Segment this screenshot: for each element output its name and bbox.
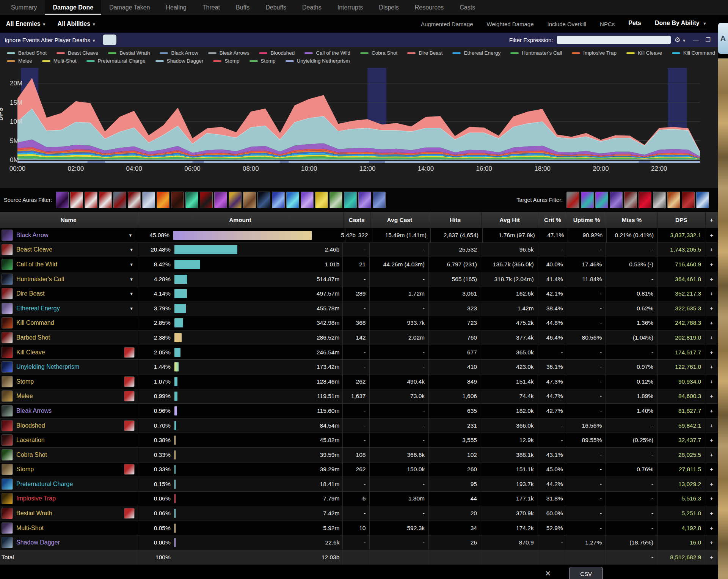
expand-row-arrow[interactable]: ▼	[129, 291, 135, 296]
legend-item[interactable]: Implosive Trap	[572, 50, 617, 56]
target-aura-icon[interactable]	[610, 192, 623, 208]
edge-panel-tab[interactable]: A	[718, 23, 728, 54]
legend-item[interactable]: Bestial Wrath	[108, 50, 150, 56]
table-row[interactable]: Bloodshed0.70%84.54m--231366.0k-16.56%-5…	[0, 418, 718, 433]
expand-row-button[interactable]: +	[705, 535, 718, 550]
source-aura-icon[interactable]	[301, 192, 314, 208]
expand-row-arrow[interactable]: ▼	[127, 233, 133, 238]
expand-row-button[interactable]: +	[705, 228, 718, 242]
table-row[interactable]: Bleak Arrows0.96%115.60m--635182.0k42.7%…	[0, 403, 718, 418]
table-row[interactable]: Unyielding Netherprism1.44%173.42m--4104…	[0, 359, 718, 374]
all-enemies-dropdown[interactable]: All Enemies▼	[6, 20, 46, 27]
tab-dispels[interactable]: Dispels	[371, 0, 406, 15]
source-aura-icon[interactable]	[329, 192, 342, 208]
source-aura-icon[interactable]	[373, 192, 386, 208]
table-row[interactable]: Beast Cleave▼20.48%2.46b--25,53296.5k---…	[0, 242, 718, 257]
close-icon[interactable]: ✕	[545, 569, 551, 578]
tab-casts[interactable]: Casts	[452, 0, 483, 15]
source-aura-icon[interactable]	[128, 192, 141, 208]
table-row[interactable]: Kill Command2.85%342.98m368933.7k723475.…	[0, 316, 718, 330]
source-aura-icon[interactable]	[85, 192, 97, 208]
table-row[interactable]: Black Arrow▼45.08%5.42b32215.49m (1.41m)…	[0, 228, 718, 242]
expand-row-button[interactable]: +	[705, 272, 718, 286]
source-aura-icon[interactable]	[214, 192, 227, 208]
tab-threat[interactable]: Threat	[195, 0, 228, 15]
tab-interrupts[interactable]: Interrupts	[329, 0, 371, 15]
table-row[interactable]: Stomp1.07%128.46m262490.4k849151.4k47.3%…	[0, 374, 718, 389]
dps-chart[interactable]: 0M5M10M15M20M00:0002:0004:0006:0008:0010…	[0, 65, 714, 173]
table-row[interactable]: Barbed Shot2.38%286.52m1422.02m760377.4k…	[0, 330, 718, 345]
source-aura-icon[interactable]	[243, 192, 256, 208]
all-abilities-dropdown[interactable]: All Abilities▼	[58, 20, 96, 27]
expand-row-button[interactable]: +	[705, 330, 718, 345]
legend-item[interactable]: Bleak Arrows	[208, 50, 249, 56]
source-aura-icon[interactable]	[358, 192, 371, 208]
legend-item[interactable]: Ethereal Energy	[452, 50, 500, 56]
tab-deaths[interactable]: Deaths	[294, 0, 329, 15]
table-row[interactable]: Cobra Shot0.33%39.59m108366.6k102388.1k4…	[0, 447, 718, 462]
expand-row-button[interactable]: +	[705, 419, 718, 433]
toggle-npcs[interactable]: NPCs	[600, 21, 615, 27]
table-row[interactable]: Multi-Shot0.05%5.92m10592.3k34174.2k52.9…	[0, 521, 718, 535]
expand-row-arrow[interactable]: ▼	[129, 306, 135, 311]
table-row[interactable]: Shadow Dagger0.00%22.6k--26870.9-1.27%(1…	[0, 535, 718, 550]
target-aura-icon[interactable]	[639, 192, 651, 208]
column-header-casts[interactable]: Casts	[344, 212, 370, 228]
column-header-avghit[interactable]: Avg Hit	[482, 212, 538, 228]
ignore-deaths-checkbox[interactable]	[103, 35, 116, 45]
legend-item[interactable]: Stomp	[213, 58, 239, 64]
expand-row-button[interactable]: +	[705, 301, 718, 316]
tab-damage-done[interactable]: Damage Done	[45, 0, 101, 15]
column-header-dps[interactable]: DPS	[658, 212, 706, 228]
legend-item[interactable]: Unyielding Netherprism	[286, 58, 350, 64]
ignore-deaths-dropdown[interactable]: Ignore Events After Player Deaths▼	[5, 37, 96, 43]
target-aura-icon[interactable]	[624, 192, 637, 208]
expand-row-button[interactable]: +	[705, 243, 718, 257]
table-row[interactable]: Preternatural Charge0.15%18.41m--95193.7…	[0, 477, 718, 491]
legend-item[interactable]: Barbed Shot	[7, 50, 47, 56]
legend-item[interactable]: Kill Cleave	[626, 50, 662, 56]
legend-item[interactable]: Beast Cleave	[56, 50, 98, 56]
legend-item[interactable]: Kill Command	[672, 50, 715, 56]
expand-row-button[interactable]: +	[705, 477, 718, 491]
target-aura-icon[interactable]	[696, 192, 709, 208]
source-aura-icon[interactable]	[272, 192, 285, 208]
csv-export-button[interactable]: CSV	[569, 567, 603, 579]
expand-row-button[interactable]: +	[705, 389, 718, 404]
legend-item[interactable]: Bloodshed	[259, 50, 295, 56]
expand-row-button[interactable]: +	[705, 286, 718, 301]
filter-expression-input[interactable]	[557, 36, 671, 44]
source-aura-icon[interactable]	[157, 192, 169, 208]
source-aura-icon[interactable]	[229, 192, 242, 208]
column-header-avgcast[interactable]: Avg Cast	[370, 212, 430, 228]
legend-item[interactable]: Black Arrow	[160, 50, 198, 56]
legend-item[interactable]: Cobra Shot	[360, 50, 397, 56]
table-row[interactable]: Bestial Wrath0.06%7.42m--20370.9k60.0%--…	[0, 506, 718, 521]
toggle-weighted-damage[interactable]: Weighted Damage	[487, 21, 534, 27]
tab-debuffs[interactable]: Debuffs	[257, 0, 294, 15]
legend-item[interactable]: Melee	[7, 58, 32, 64]
column-header-miss[interactable]: Miss %	[606, 212, 658, 228]
column-header-hits[interactable]: Hits	[429, 212, 482, 228]
source-aura-icon[interactable]	[315, 192, 328, 208]
table-row[interactable]: Melee0.99%119.51m1,63773.0k1,60674.4k44.…	[0, 389, 718, 404]
toggle-pets[interactable]: Pets	[628, 20, 641, 28]
toggle-augmented-damage[interactable]: Augmented Damage	[421, 21, 473, 27]
expand-row-button[interactable]: +	[705, 448, 718, 462]
tab-resources[interactable]: Resources	[407, 0, 452, 15]
source-aura-icon[interactable]	[70, 192, 83, 208]
legend-item[interactable]: Call of the Wild	[304, 50, 350, 56]
expand-row-arrow[interactable]: ▼	[129, 277, 135, 282]
expand-row-button[interactable]: +	[705, 492, 718, 506]
expand-row-button[interactable]: +	[705, 463, 718, 477]
gear-icon[interactable]: ⚙▼	[675, 36, 686, 44]
tab-damage-taken[interactable]: Damage Taken	[101, 0, 158, 15]
legend-item[interactable]: Multi-Shot	[42, 58, 77, 64]
legend-item[interactable]: Shadow Dagger	[155, 58, 204, 64]
legend-item[interactable]: Huntmaster's Call	[510, 50, 562, 56]
source-aura-icon[interactable]	[257, 192, 270, 208]
source-aura-icon[interactable]	[185, 192, 198, 208]
expand-row-button[interactable]: +	[705, 360, 718, 374]
source-aura-icon[interactable]	[142, 192, 155, 208]
column-header-[interactable]: +	[706, 212, 718, 228]
